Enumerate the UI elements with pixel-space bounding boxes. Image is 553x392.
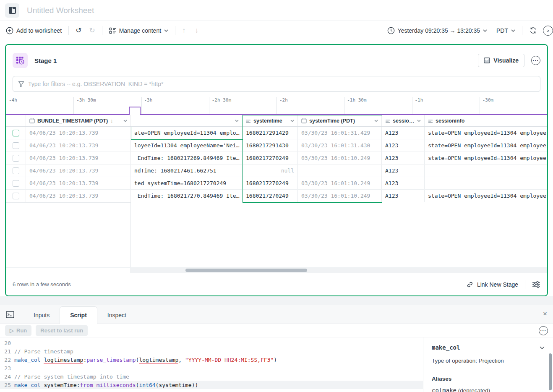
chevron-down-icon[interactable] (235, 120, 239, 122)
tab-script[interactable]: Script (60, 306, 97, 324)
time-range-picker[interactable]: Yesterday 09:20:35 → 13:20:35 (387, 27, 487, 34)
collapse-panel-button[interactable]: > (543, 26, 553, 36)
chevron-down-icon[interactable] (123, 120, 127, 122)
opal-script-editor[interactable]: 2021// Parse timestamp22make_col logtime… (0, 337, 423, 392)
cell-sessionid[interactable]: A123 (382, 139, 425, 152)
cell-system_time_pdt[interactable]: 03/30/23 16:01:10.249 (298, 177, 382, 189)
column-header-BUNDLE_TIMESTAMP (PDT)[interactable]: BUNDLE_TIMESTAMP (PDT)↓ (26, 115, 131, 126)
column-header-sessioninfo[interactable]: sessioninfo (425, 115, 547, 126)
stage-menu-button[interactable]: ··· (531, 56, 540, 65)
cell-sessioninfo[interactable] (425, 177, 547, 189)
refresh-button[interactable] (529, 26, 537, 34)
cell-sessioninfo[interactable] (425, 165, 547, 177)
move-up-button[interactable]: ↑ (182, 27, 186, 34)
timezone-picker[interactable]: PDT (496, 27, 515, 34)
row-checkbox[interactable] (13, 193, 19, 199)
column-header-unnamed[interactable] (131, 115, 243, 126)
tab-inputs[interactable]: Inputs (23, 307, 60, 324)
undo-button[interactable]: ↺ (76, 27, 81, 34)
cell-systemtime[interactable]: 1680217270249 (243, 152, 298, 164)
code-line-22[interactable]: 22make_col logtimestamp:parse_timestamp(… (0, 355, 423, 364)
cell-bundle_timestamp[interactable]: 04/06/23 10:20:13.739 (26, 165, 131, 177)
cell-bundle_timestamp[interactable]: 04/06/23 10:20:13.739 (26, 190, 131, 202)
cell-sessionid[interactable]: A123 (382, 190, 425, 202)
cell-systemtime[interactable]: 1680217291430 (243, 139, 298, 152)
tab-inspect[interactable]: Inspect (97, 307, 136, 324)
filter-input[interactable] (28, 81, 535, 87)
run-button[interactable]: ▷ Run (5, 325, 31, 336)
row-checkbox[interactable] (13, 155, 19, 162)
cell-sessioninfo[interactable]: state=OPEN employeeId=11304 employee (425, 152, 547, 164)
cell-sessioninfo[interactable]: state=OPEN employeeId=11304 employee (425, 190, 547, 202)
add-to-worksheet-button[interactable]: Add to worksheet (6, 27, 62, 34)
chart-icon (484, 57, 490, 63)
timeline-tick: -1h (412, 97, 480, 115)
stage-title[interactable]: Stage 1 (34, 57, 57, 64)
cell-systemtime[interactable]: 1680217291429 (243, 127, 298, 139)
worksheet-title-input[interactable] (27, 6, 279, 15)
docs-scrollbar-thumb[interactable] (549, 353, 552, 390)
link-new-stage-button[interactable]: Link New Stage (467, 281, 518, 288)
cell-bundle_timestamp[interactable]: 04/06/23 10:20:13.739 (26, 152, 131, 164)
column-header-systemtime[interactable]: systemtime (243, 115, 298, 126)
code-line-20[interactable]: 20 (0, 339, 423, 347)
hscroll-thumb[interactable] (185, 269, 307, 272)
table-settings-icon[interactable] (532, 281, 540, 288)
cell-bundle_timestamp[interactable]: 04/06/23 10:20:13.739 (26, 139, 131, 152)
cell-sessionid[interactable]: A123 (382, 177, 425, 189)
cell-system_time_pdt[interactable]: 03/30/23 16:01:10.249 (298, 152, 382, 164)
cell-log[interactable]: ndTime: 1680217461.662751 (131, 165, 243, 177)
column-header-sessionid[interactable]: sessionid (382, 115, 425, 126)
cell-system_time_pdt[interactable] (298, 165, 382, 177)
link-icon (467, 281, 473, 288)
cell-system_time_pdt[interactable]: 03/30/23 16:01:31.429 (298, 127, 382, 139)
cell-sessioninfo[interactable]: state=OPEN employeeId=11304 employee (425, 127, 547, 139)
chevron-down-icon[interactable] (290, 120, 294, 122)
cell-log[interactable]: EndTime: 1680217270.849469 Ite… (131, 190, 243, 202)
divider (68, 26, 69, 35)
row-checkbox[interactable] (13, 180, 19, 187)
table-body: 04/06/23 10:20:13.739ate=OPEN employeeId… (6, 127, 547, 202)
cell-bundle_timestamp[interactable]: 04/06/23 10:20:13.739 (26, 127, 131, 139)
cell-systemtime[interactable]: 1680217270249 (243, 190, 298, 202)
cell-sessioninfo[interactable]: state=OPEN employeeId=11304 employee (425, 139, 547, 152)
cell-system_time_pdt[interactable]: 03/30/23 16:01:31.430 (298, 139, 382, 152)
code-line-25[interactable]: 25make_col systemTime:from_milliseconds(… (0, 381, 423, 389)
cell-sessionid[interactable]: A123 (382, 165, 425, 177)
cell-log[interactable]: loyeeId=11304 employeeName='Nei… (131, 139, 243, 152)
code-line-23[interactable]: 23 (0, 364, 423, 372)
table-row: 04/06/23 10:20:13.739loyeeId=11304 emplo… (6, 139, 547, 152)
manage-content-button[interactable]: Manage content (109, 27, 168, 34)
timeline-tick: -30m (480, 97, 547, 115)
cell-sessionid[interactable]: A123 (382, 152, 425, 164)
row-checkbox[interactable] (13, 167, 19, 174)
cell-systemtime[interactable]: 1680217270249 (243, 177, 298, 189)
stage-panel: Stage 1 Visualize ··· -4h-3h 30m-3h-2h 3… (5, 44, 548, 296)
chevron-down-icon[interactable] (417, 120, 421, 122)
cell-systemtime[interactable]: null (243, 165, 298, 177)
reset-to-last-run-button[interactable]: Reset to last run (36, 325, 88, 336)
plus-circle-icon (6, 27, 13, 34)
move-down-button[interactable]: ↓ (195, 27, 199, 34)
cell-bundle_timestamp[interactable]: 04/06/23 10:20:13.739 (26, 177, 131, 189)
cell-system_time_pdt[interactable]: 03/30/23 16:01:10.249 (298, 190, 382, 202)
timeline[interactable]: -4h-3h 30m-3h-2h 30m-2h-1h 30m-1h-30m (6, 97, 547, 115)
column-header-systemTime (PDT)[interactable]: systemTime (PDT) (298, 115, 382, 126)
redo-button[interactable]: ↻ (89, 27, 95, 34)
cell-log[interactable]: ate=OPEN employeeId=11304 emplo… (131, 127, 243, 139)
close-panel-button[interactable]: × (543, 310, 547, 318)
visualize-button[interactable]: Visualize (478, 54, 524, 67)
docs-function-header[interactable]: make_col (432, 344, 545, 351)
row-checkbox[interactable] (13, 130, 19, 136)
cell-log[interactable]: EndTime: 1680217269.849469 Ite… (131, 152, 243, 164)
row-checkbox[interactable] (13, 142, 19, 149)
docs-aliases-heading: Aliases (432, 376, 545, 382)
cell-log[interactable]: ted systemTime=1680217270249 (131, 177, 243, 189)
chevron-down-icon[interactable] (374, 120, 378, 122)
code-line-24[interactable]: 24// Parse system timestamp into time (0, 372, 423, 381)
timeline-brush-handle[interactable] (129, 107, 141, 115)
script-menu-button[interactable]: ··· (539, 326, 548, 335)
cell-sessionid[interactable]: A123 (382, 127, 425, 139)
code-line-21[interactable]: 21// Parse timestamp (0, 347, 423, 355)
text-field-icon (246, 118, 251, 123)
